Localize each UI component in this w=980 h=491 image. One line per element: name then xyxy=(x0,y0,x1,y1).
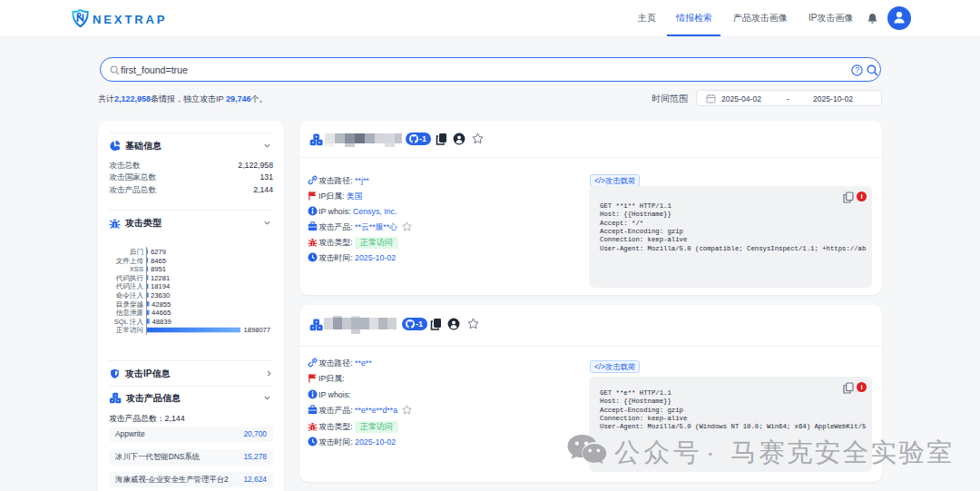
svg-text:?: ? xyxy=(855,65,859,74)
svg-text:目录穿越: 目录穿越 xyxy=(116,300,144,309)
svg-text:XSS: XSS xyxy=(130,265,143,273)
svg-text:8951: 8951 xyxy=(151,265,166,273)
svg-text:NEXTRAP: NEXTRAP xyxy=(93,13,167,26)
svg-text:1898077: 1898077 xyxy=(244,326,271,334)
svg-text:命令注入: 命令注入 xyxy=(116,291,144,300)
svg-text:23630: 23630 xyxy=(151,291,170,300)
svg-text:文件上传: 文件上传 xyxy=(116,257,144,265)
svg-text:48839: 48839 xyxy=(152,318,172,326)
svg-text:后门: 后门 xyxy=(130,248,143,256)
svg-text:SQL 注入: SQL 注入 xyxy=(114,318,144,326)
svg-text:代码注入: 代码注入 xyxy=(115,282,144,290)
svg-text:8465: 8465 xyxy=(151,257,166,265)
svg-text:18194: 18194 xyxy=(151,282,170,290)
svg-text:代码执行: 代码执行 xyxy=(115,274,144,282)
svg-text:42855: 42855 xyxy=(152,300,171,309)
svg-text:6279: 6279 xyxy=(151,248,166,256)
svg-text:信息泄露: 信息泄露 xyxy=(116,309,143,317)
svg-text:正常访问: 正常访问 xyxy=(116,326,143,334)
svg-text:12281: 12281 xyxy=(151,274,170,282)
svg-text:44665: 44665 xyxy=(152,309,171,317)
